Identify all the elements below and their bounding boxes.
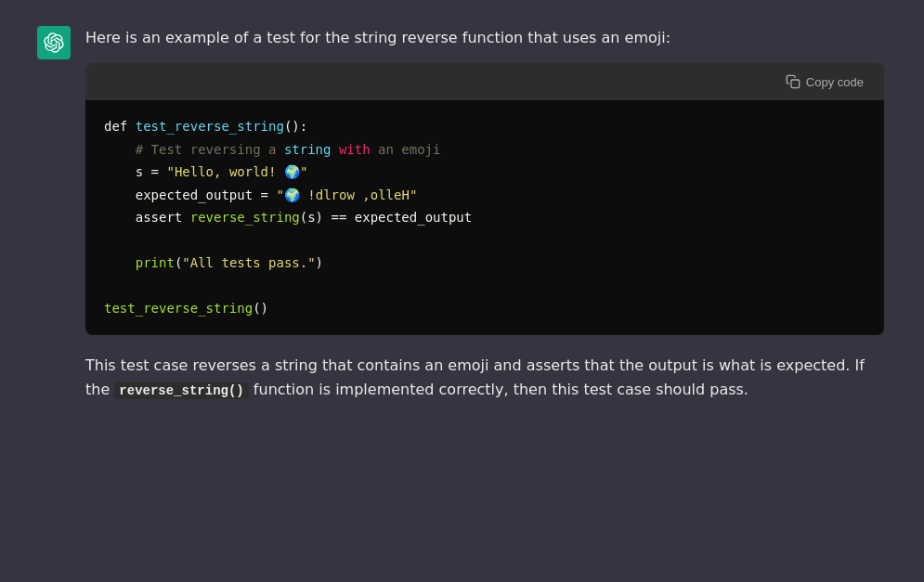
- message-content: Here is an example of a test for the str…: [85, 26, 884, 403]
- avatar: [37, 26, 71, 59]
- copy-code-button[interactable]: Copy code: [780, 71, 869, 93]
- following-text-part2: function is implemented correctly, then …: [249, 381, 748, 398]
- following-text: This test case reverses a string that co…: [85, 354, 884, 403]
- code-pre: def test_reverse_string(): # Test revers…: [104, 115, 865, 320]
- svg-rect-0: [791, 80, 800, 88]
- intro-text: Here is an example of a test for the str…: [85, 26, 884, 50]
- inline-code-reverse-string: reverse_string(): [114, 382, 248, 399]
- message-container: Here is an example of a test for the str…: [0, 0, 924, 429]
- code-block-header: Copy code: [85, 63, 884, 100]
- copy-code-label: Copy code: [806, 75, 864, 89]
- copy-icon: [786, 74, 800, 89]
- chatgpt-logo-icon: [44, 32, 64, 53]
- code-block-wrapper: Copy code def test_reverse_string(): # T…: [85, 63, 884, 335]
- code-block: def test_reverse_string(): # Test revers…: [85, 100, 884, 335]
